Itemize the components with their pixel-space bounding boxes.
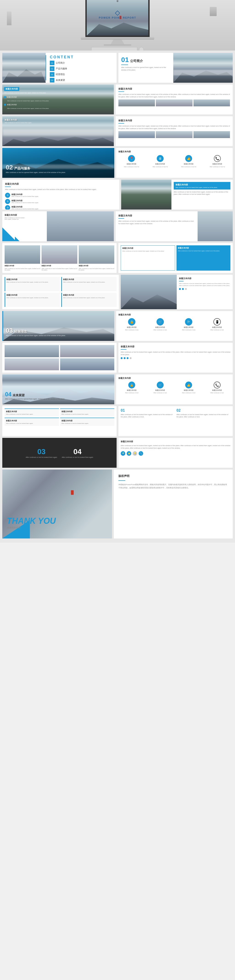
circ-icon-1: 🔒 标题文本内容 After continues or text (125, 318, 138, 331)
product-title: 产品与服务 (14, 167, 30, 171)
tc4-title: 标题文本内容 (62, 420, 113, 422)
circ-1-title: 标题文本内容 (127, 326, 137, 328)
product-subtitle: After continues or text he opened them a… (6, 172, 66, 173)
slide-10b-line (121, 349, 127, 350)
triangle-bl (2, 228, 16, 241)
list-body-3: After continues or text he looked them a… (11, 208, 38, 210)
section3-num: 03 (6, 327, 13, 334)
two-col-cards: 标题文本内容 After continues or text he looked… (5, 409, 114, 426)
circ-3-body: After continues or text (182, 329, 195, 331)
forest-img (121, 180, 171, 210)
si-3: 💡 (133, 451, 137, 456)
card-2-body: After continues or text he looked them a… (63, 281, 116, 283)
circ-icon-2: 🛒 标题文本内容 After continues or text (154, 318, 167, 331)
list-text-2: 标题文本内容 After continues or text he looked… (11, 199, 38, 203)
disclaimer-title: 版权声明 (118, 474, 228, 478)
list-body-1: After continues or text he looked them a… (11, 196, 38, 197)
tc3-body: After continues or text he looked them a… (6, 422, 57, 424)
section4-title-row: 04 未来展望 (5, 391, 65, 398)
slides-container: CONTENT 01 公司简介 01 产品与服务 01 经营理念 01 未来展望 (0, 51, 235, 542)
thumb-row (118, 99, 230, 107)
thumb-col-3: 标题文本内容 After continues or text he looked… (79, 245, 114, 270)
slide-5a-title: 标题文本内容 (5, 182, 117, 186)
accent-body-1: After continues or text he looked them a… (7, 100, 49, 102)
grid-img-1 (5, 345, 59, 357)
slide-3b: 标题文本内容 After continues or text he looked… (116, 116, 233, 146)
slide-3b-title: 标题文本内容 (118, 119, 230, 122)
icon-item-1: 📍 标题文本内容 After continues or text he (124, 155, 139, 167)
thumb-title-3: 标题文本内容 (79, 265, 114, 267)
toc-divider (46, 55, 46, 80)
section4-num: 04 (5, 391, 11, 398)
slide-7b: 标题文本内容 After continues or text he looked… (118, 243, 233, 273)
toc-num-2: 01 (50, 67, 54, 71)
top-card-3: 标题文本内容 After continues or text he looked… (5, 418, 59, 426)
card-2-title: 标题文本内容 (63, 278, 116, 281)
slide-3a-body: After continues or text he looked them a… (5, 122, 32, 123)
slide-row-8: 标题文本内容 After continues or text he looked… (2, 275, 233, 309)
circ2-1-title: 标题文本内容 (127, 389, 137, 391)
slide-5b-image (121, 180, 171, 210)
si-2: ⭐ (127, 451, 131, 456)
thankyou-text: THANK YOU (7, 517, 56, 525)
grid-thumb-1 (5, 345, 59, 357)
slide-9b-title: 标题文本内容 (118, 313, 230, 316)
card-2: 标题文本内容 After continues or text he looked… (61, 277, 117, 291)
slide-row-7: 标题文本内容 After continues or text he looked… (2, 243, 233, 273)
slide-10b-body: After continues or text he looked them a… (121, 351, 230, 356)
icon-list: ① 标题文本内容 After continues or text he look… (5, 193, 117, 210)
circ2-2: 🛒 标题文本内容 After continues or text (154, 382, 167, 393)
dot-1 (179, 288, 181, 290)
icon-4-text: After continues or text he (210, 166, 225, 167)
icon-item-4: 📞 标题文本内容 After continues or text he (210, 155, 225, 167)
section4-label: 04 未来展望 After continues or text he opene… (5, 391, 65, 400)
thankyou-slide: THANK YOU 感谢您的观看 (2, 469, 112, 538)
slide-13b: 标题文本内容 After continues or text he looked… (118, 438, 233, 468)
box-right-title: 标题文本内容 (178, 247, 229, 249)
list-item-1: ① 标题文本内容 After continues or text he look… (5, 193, 117, 198)
list-text-1: 标题文本内容 After continues or text he looked… (11, 193, 38, 197)
product-label: 02 产品与服务 After continues or text he open… (6, 164, 66, 173)
circ2-2-body: After continues or text (154, 392, 167, 393)
slide-6a-body: After continues or text he looked them a… (5, 217, 27, 220)
disclaimer-body: 本模板由PowerPoint模板网制作发布，模板内所使用的图片、音频均由相关版权… (118, 483, 228, 490)
toc-item-3: 01 经营理念 (50, 72, 114, 77)
thumb-2 (156, 99, 192, 107)
card-4: 标题文本内容 After continues or text he looked… (61, 293, 117, 307)
num02-body: After continues or text he looked them a… (176, 414, 230, 418)
circ-row-2: 🔒 标题文本内容 After continues or text 🛒 标题文本内… (118, 382, 230, 393)
slide-10a (2, 343, 117, 372)
slide-4b-title: 标题文本内容 (118, 150, 230, 153)
num-04-big: 04 (62, 447, 93, 456)
screen-content: POWER POINT REPORT (87, 0, 148, 36)
diamond-2 (4, 103, 6, 106)
cart-icon: 🛒 (157, 318, 164, 326)
object-right (210, 7, 217, 16)
toc-num-3: 01 (50, 72, 54, 77)
slide-row-14: THANK YOU 感谢您的观看 版权声明 本模板由PowerPoint模板网制… (2, 469, 233, 538)
slide-2b-title: 标题文本内容 (118, 87, 230, 91)
slide-8b-title: 标题文本内容 (179, 277, 230, 280)
circ-2-body: After continues or text (154, 329, 167, 331)
num01-body: After continues or text he looked them a… (121, 414, 175, 418)
slide-13a: 03 After continues or text he looked the… (2, 438, 117, 468)
top-card-1: 标题文本内容 After continues or text he looked… (5, 409, 59, 417)
slide-row-9: 03 经营理念 After continues or text he opene… (2, 311, 233, 341)
thumb-3-img (194, 99, 230, 107)
big-02: 02 (176, 409, 181, 413)
slide-9b: 标题文本内容 🔒 标题文本内容 After continues or text … (116, 311, 233, 341)
blue-content-box: 标题文本内容 After continues or text he looked… (174, 182, 230, 189)
phone2-icon: 📞 (214, 382, 221, 388)
section3-title-row: 03 经营理念 (6, 327, 66, 334)
slide-2a: 标题文本内容 After continues or text he looked… (2, 84, 114, 115)
icon-2-text: After continues or text he (152, 166, 168, 167)
slide-row-1: CONTENT 01 公司简介 01 产品与服务 01 经营理念 01 未来展望 (2, 53, 233, 83)
slide-row-2: 标题文本内容 After continues or text he looked… (2, 84, 233, 115)
body-text: After continues or text he looked them a… (4, 92, 112, 94)
thumb-col-2: 标题文本内容 After continues or text he looked… (41, 245, 77, 270)
tc2-title: 标题文本内容 (62, 410, 113, 413)
icon-1-label: 标题文本内容 (127, 163, 136, 165)
section3-label: 03 经营理念 After continues or text he opene… (6, 327, 66, 336)
slide-11b-title: 标题文本内容 (118, 377, 230, 380)
num-content: 01 After continues or text he looked the… (121, 409, 230, 434)
